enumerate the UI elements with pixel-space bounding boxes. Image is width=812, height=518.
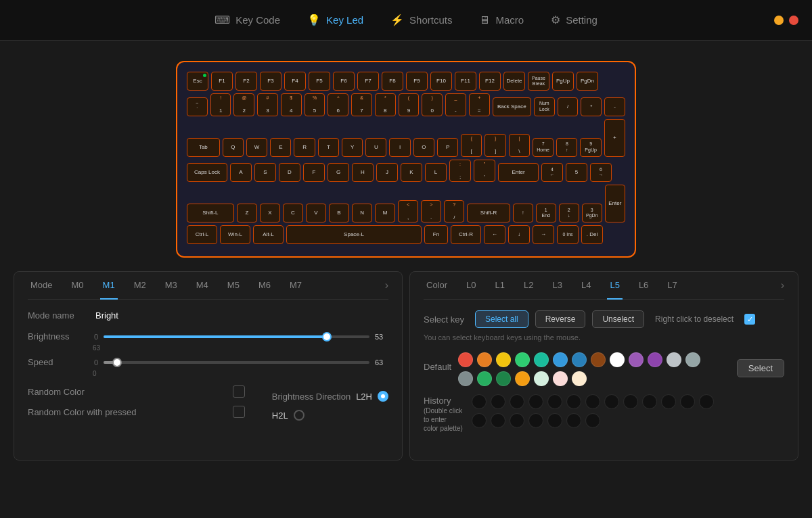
key-9[interactable]: (9 [399,93,420,116]
tab-setting[interactable]: ⚙ Setting [551,8,597,32]
key-b[interactable]: B [329,204,349,222]
key-ctrl-r[interactable]: Ctrl-R [451,225,481,244]
key-down[interactable]: ↓ [508,225,530,244]
default-color-swatch[interactable] [667,352,681,367]
key-0[interactable]: )0 [422,93,443,116]
mode-tab-m5[interactable]: M5 [225,272,242,300]
key-num-minus[interactable]: - [604,97,625,116]
color-tab-l0[interactable]: L0 [464,272,478,300]
key-num1[interactable]: 1End [536,204,556,222]
key-f2[interactable]: F2 [235,72,257,91]
color-tabs-next[interactable]: › [781,279,784,291]
key-f7[interactable]: F7 [357,72,379,91]
random-color-checkbox[interactable] [233,385,245,398]
h2l-radio[interactable] [294,410,304,421]
minimize-button[interactable] [774,16,784,25]
key-4[interactable]: $4 [281,93,302,116]
mode-tab-m7[interactable]: M7 [287,272,304,300]
key-up[interactable]: ↑ [513,204,533,222]
mode-tab-m1[interactable]: M1 [100,272,118,300]
history-color-swatch[interactable] [566,394,581,409]
default-color-swatch[interactable] [553,352,568,367]
key-num-enter[interactable]: Enter [605,185,625,222]
key-r[interactable]: R [294,138,315,157]
default-color-swatch[interactable] [477,371,492,386]
mode-tab-m4[interactable]: M4 [194,272,211,300]
key-f6[interactable]: F6 [333,72,355,91]
key-backslash[interactable]: |\ [509,134,530,157]
brightness-thumb[interactable] [322,332,332,342]
mode-tab-mode[interactable]: Mode [28,272,55,300]
key-alt-l[interactable]: Alt-L [253,225,284,244]
key-num-plus[interactable]: + [604,119,625,157]
mode-tabs-next[interactable]: › [385,279,388,291]
key-minus[interactable]: _- [445,93,466,116]
default-color-swatch[interactable] [515,371,530,386]
mode-tab-m0[interactable]: M0 [69,272,87,300]
tab-keycode[interactable]: ⌨ Key Code [215,8,280,32]
key-shift-r[interactable]: Shift-R [467,204,510,222]
mode-tab-m6[interactable]: M6 [256,272,273,300]
key-k[interactable]: K [401,163,422,182]
key-semicolon[interactable]: :; [449,160,471,183]
key-rbracket[interactable]: }] [484,134,505,157]
l2h-radio[interactable] [378,391,388,402]
select-button[interactable]: Select [737,359,784,377]
default-color-swatch[interactable] [591,352,606,367]
default-color-swatch[interactable] [553,371,568,386]
key-shift-l[interactable]: Shift-L [187,204,234,222]
history-color-swatch[interactable] [510,413,524,428]
key-f[interactable]: F [303,163,325,182]
key-right[interactable]: → [533,225,554,244]
key-3[interactable]: #3 [257,93,278,116]
default-color-swatch[interactable] [496,371,511,386]
key-v[interactable]: V [306,204,326,222]
key-slash[interactable]: ?/ [444,200,464,223]
key-z[interactable]: Z [237,204,257,222]
close-button[interactable] [789,16,798,25]
key-q[interactable]: Q [223,138,244,157]
default-color-swatch[interactable] [572,371,587,386]
key-5[interactable]: %5 [304,93,325,116]
default-color-swatch[interactable] [496,352,511,367]
key-num4[interactable]: 4← [541,163,563,182]
color-tab-color[interactable]: Color [424,272,450,300]
key-tab[interactable]: Tab [187,138,220,157]
history-color-swatch[interactable] [642,394,657,409]
key-1[interactable]: !1 [210,93,231,116]
key-f4[interactable]: F4 [284,72,306,91]
key-f10[interactable]: F10 [430,72,452,91]
color-tab-l4[interactable]: L4 [579,272,593,300]
key-o[interactable]: O [413,138,434,157]
reverse-button[interactable]: Reverse [535,310,586,328]
key-f11[interactable]: F11 [455,72,476,91]
history-color-swatch[interactable] [604,394,619,409]
key-num-del[interactable]: . Del [581,225,603,244]
random-color-pressed-checkbox[interactable] [233,406,245,418]
color-tab-l3[interactable]: L3 [549,272,564,300]
key-num7[interactable]: 7Home [533,138,554,157]
key-num0[interactable]: 0 Ins [557,225,579,244]
key-x[interactable]: X [260,204,280,222]
key-f1[interactable]: F1 [211,72,233,91]
key-n[interactable]: N [352,204,372,222]
default-color-swatch[interactable] [629,352,644,367]
key-l[interactable]: L [425,163,447,182]
key-numlock[interactable]: NumLock [534,97,555,116]
brightness-track[interactable] [104,335,369,338]
key-f3[interactable]: F3 [260,72,281,91]
key-s[interactable]: S [254,163,276,182]
key-f9[interactable]: F9 [406,72,428,91]
default-color-swatch[interactable] [534,371,549,386]
key-pgdn-top[interactable]: PgDn [577,72,598,91]
key-j[interactable]: J [376,163,398,182]
key-8[interactable]: *8 [375,93,396,116]
key-space[interactable]: Space-L [286,225,422,244]
key-6[interactable]: ^6 [328,93,348,116]
default-color-swatch[interactable] [458,352,473,367]
key-fn[interactable]: Fn [424,225,448,244]
history-color-swatch[interactable] [680,394,695,409]
right-click-checkbox[interactable] [744,314,755,325]
key-num-slash[interactable]: / [558,97,579,116]
key-w[interactable]: W [246,138,267,157]
